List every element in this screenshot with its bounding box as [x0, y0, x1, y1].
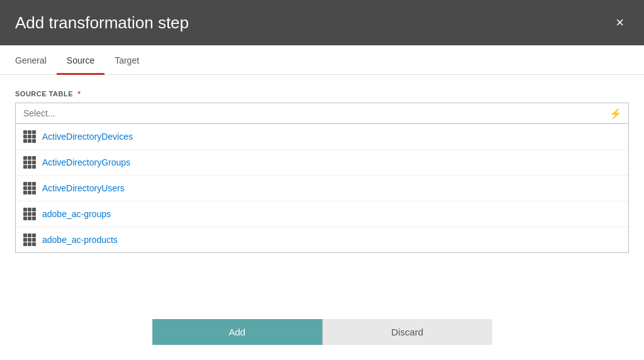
dialog-header: Add transformation step × — [0, 0, 644, 45]
tabs-bar: General Source Target — [0, 45, 644, 75]
dialog-footer: Add Discard — [0, 309, 644, 360]
source-table-select[interactable]: ⚡ — [15, 103, 629, 124]
add-transformation-dialog: Add transformation step × General Source… — [0, 0, 644, 360]
add-button[interactable]: Add — [152, 319, 322, 345]
list-item[interactable]: adobe_ac-products — [16, 227, 628, 252]
source-table-input[interactable] — [16, 103, 628, 123]
required-indicator: * — [76, 90, 81, 98]
list-item[interactable]: ActiveDirectoryGroups — [16, 150, 628, 176]
list-item[interactable]: ActiveDirectoryUsers — [16, 176, 628, 201]
list-item[interactable]: ActiveDirectoryDevices — [16, 124, 628, 150]
source-tab-content: SOURCE TABLE * ⚡ ActiveDirectoryDevices — [0, 75, 644, 309]
table-icon — [23, 156, 36, 169]
table-icon — [23, 130, 36, 143]
dialog-title: Add transformation step — [15, 13, 189, 33]
table-icon — [23, 182, 36, 194]
close-button[interactable]: × — [611, 13, 629, 32]
table-icon — [23, 208, 36, 220]
list-item[interactable]: adobe_ac-groups — [16, 201, 628, 227]
source-table-label: SOURCE TABLE * — [15, 90, 629, 98]
tab-target[interactable]: Target — [105, 45, 149, 75]
tab-general[interactable]: General — [15, 45, 57, 75]
tab-source[interactable]: Source — [57, 45, 105, 75]
table-icon — [23, 233, 36, 246]
dialog-body: General Source Target SOURCE TABLE * ⚡ — [0, 45, 644, 309]
discard-button[interactable]: Discard — [322, 319, 492, 345]
source-table-dropdown: ActiveDirectoryDevices ActiveDirectoryGr… — [15, 124, 629, 253]
